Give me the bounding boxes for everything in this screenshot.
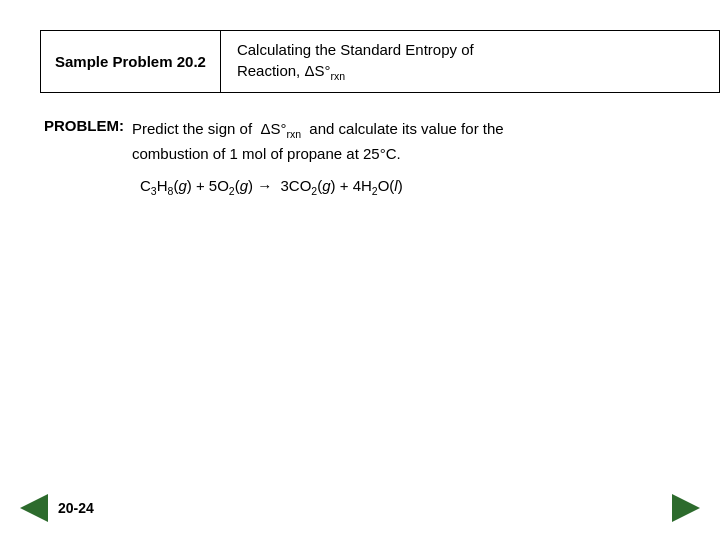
header-content: Calculating the Standard Entropy of Reac… — [221, 31, 490, 92]
problem-text: Predict the sign of ΔS°rxn and calculate… — [132, 117, 504, 166]
problem-label: PROBLEM: — [44, 117, 124, 134]
footer-nav: 20-24 — [0, 494, 720, 522]
header-title-text: Sample Problem 20.2 — [55, 53, 206, 70]
equation-section: C3H8(g) + 5O2(g) → 3CO2(g) + 4H2O(l) — [40, 177, 680, 197]
header-line2: Reaction, ΔS°rxn — [237, 62, 345, 79]
header-box: Sample Problem 20.2 Calculating the Stan… — [40, 30, 720, 93]
problem-section: PROBLEM: Predict the sign of ΔS°rxn and … — [40, 117, 680, 166]
header-content-inner: Calculating the Standard Entropy of Reac… — [237, 39, 474, 84]
prev-arrow-icon[interactable] — [20, 494, 48, 522]
problem-line2: combustion of 1 mol of propane at 25°C. — [132, 145, 401, 162]
problem-line1: Predict the sign of ΔS°rxn and calculate… — [132, 120, 504, 137]
equation-text: C3H8(g) + 5O2(g) → 3CO2(g) + 4H2O(l) — [140, 177, 403, 194]
slide-container: Sample Problem 20.2 Calculating the Stan… — [0, 0, 720, 540]
page-number: 20-24 — [58, 500, 94, 516]
header-title: Sample Problem 20.2 — [41, 31, 221, 92]
header-line1: Calculating the Standard Entropy of — [237, 41, 474, 58]
next-arrow-icon[interactable] — [672, 494, 700, 522]
